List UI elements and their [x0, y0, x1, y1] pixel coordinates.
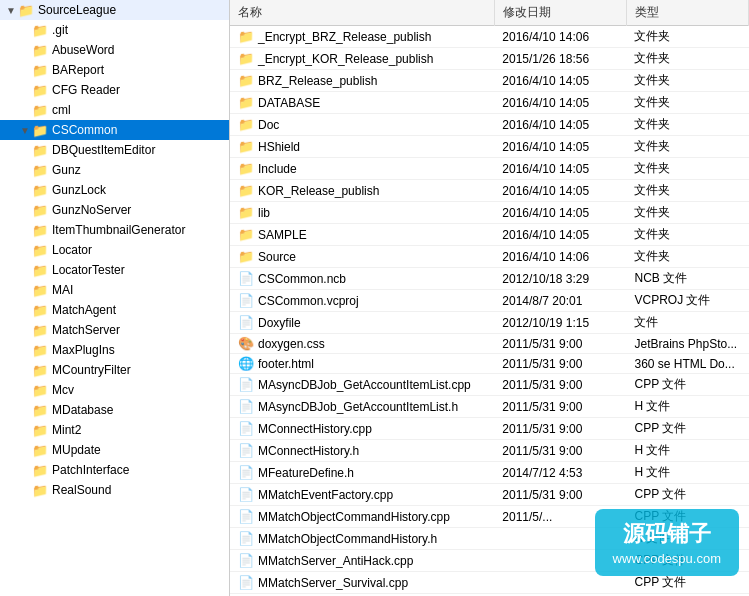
- tree-item-itemThumbnailGenerator[interactable]: 📁ItemThumbnailGenerator: [0, 220, 229, 240]
- tree-item-label: MatchAgent: [52, 303, 116, 317]
- tree-item-label: BAReport: [52, 63, 104, 77]
- tree-item-mint2[interactable]: 📁Mint2: [0, 420, 229, 440]
- tree-item-cml[interactable]: 📁cml: [0, 100, 229, 120]
- file-type-cell: 文件夹: [626, 70, 748, 92]
- file-date-cell: 2012/10/18 3:29: [494, 268, 626, 290]
- file-name-cell: 📄Doxyfile: [230, 312, 494, 334]
- tree-item-baReport[interactable]: 📁BAReport: [0, 60, 229, 80]
- tree-item-label: LocatorTester: [52, 263, 125, 277]
- right-file-panel: 名称 修改日期 类型 📁_Encrypt_BRZ_Release_publish…: [230, 0, 749, 596]
- tree-item-mCountryFilter[interactable]: 📁MCountryFilter: [0, 360, 229, 380]
- table-row[interactable]: 📄CSCommon.vcproj2014/8/7 20:01VCPROJ 文件: [230, 290, 749, 312]
- table-row[interactable]: 📁HShield2016/4/10 14:05文件夹: [230, 136, 749, 158]
- file-name-cell: 📄MConnectHistory.h: [230, 440, 494, 462]
- tree-item-gunzNoServer[interactable]: 📁GunzNoServer: [0, 200, 229, 220]
- tree-item-mai[interactable]: 📁MAI: [0, 280, 229, 300]
- col-header-date[interactable]: 修改日期: [494, 0, 626, 26]
- tree-item-label: MaxPlugIns: [52, 343, 115, 357]
- tree-item-git[interactable]: 📁.git: [0, 20, 229, 40]
- tree-item-maxPlugIns[interactable]: 📁MaxPlugIns: [0, 340, 229, 360]
- folder-icon: 📁: [238, 161, 254, 176]
- tree-item-label: AbuseWord: [52, 43, 114, 57]
- tree-item-label: MUpdate: [52, 443, 101, 457]
- file-name-text: footer.html: [258, 357, 314, 371]
- tree-item-abuseWord[interactable]: 📁AbuseWord: [0, 40, 229, 60]
- file-name-cell: 📄MFeatureDefine.h: [230, 462, 494, 484]
- file-type-cell: 文件: [626, 312, 748, 334]
- file-name-cell: 📄MMatchObjectCommandHistory.cpp: [230, 506, 494, 528]
- table-row[interactable]: 📁_Encrypt_KOR_Release_publish2015/1/26 1…: [230, 48, 749, 70]
- table-row[interactable]: 📄MAsyncDBJob_GetAccountItemList.cpp2011/…: [230, 374, 749, 396]
- table-row[interactable]: 📁Include2016/4/10 14:05文件夹: [230, 158, 749, 180]
- file-name-text: MMatchServer_Survival.cpp: [258, 576, 408, 590]
- file-name-cell: 🌐footer.html: [230, 354, 494, 374]
- table-row[interactable]: 📄MMatchObjectCommandHistory.hH 文件: [230, 528, 749, 550]
- file-type-cell: 文件夹: [626, 202, 748, 224]
- file-name-cell: 📄CSCommon.ncb: [230, 268, 494, 290]
- file-name-cell: 📁Doc: [230, 114, 494, 136]
- tree-item-gunzLock[interactable]: 📁GunzLock: [0, 180, 229, 200]
- table-row[interactable]: 📁Doc2016/4/10 14:05文件夹: [230, 114, 749, 136]
- file-name-cell: 📁Source: [230, 246, 494, 268]
- table-row[interactable]: 📁lib2016/4/10 14:05文件夹: [230, 202, 749, 224]
- tree-item-mcv[interactable]: 📁Mcv: [0, 380, 229, 400]
- table-row[interactable]: 📄MMatchObjectCommandHistory.cpp2011/5/..…: [230, 506, 749, 528]
- file-name-cell: 📄MAsyncDBJob_GetAccountItemList.cpp: [230, 374, 494, 396]
- table-row[interactable]: 📁Source2016/4/10 14:06文件夹: [230, 246, 749, 268]
- table-row[interactable]: 📁BRZ_Release_publish2016/4/10 14:05文件夹: [230, 70, 749, 92]
- tree-item-mDatabase[interactable]: 📁MDatabase: [0, 400, 229, 420]
- col-header-type[interactable]: 类型: [626, 0, 748, 26]
- tree-item-cfgReader[interactable]: 📁CFG Reader: [0, 80, 229, 100]
- col-header-name[interactable]: 名称: [230, 0, 494, 26]
- folder-icon: 📁: [32, 242, 48, 258]
- file-date-cell: 2016/4/10 14:06: [494, 26, 626, 48]
- tree-item-label: ItemThumbnailGenerator: [52, 223, 185, 237]
- tree-item-locatorTester[interactable]: 📁LocatorTester: [0, 260, 229, 280]
- table-row[interactable]: 📄MAsyncDBJob_GetAccountItemList.h2011/5/…: [230, 396, 749, 418]
- chevron-icon[interactable]: ▼: [18, 125, 32, 136]
- file-name-cell: 📄MAsyncDBJob_GetAccountItemList.h: [230, 396, 494, 418]
- file-name-text: KOR_Release_publish: [258, 184, 379, 198]
- tree-item-csCommon[interactable]: ▼📁CSCommon: [0, 120, 229, 140]
- tree-item-label: MAI: [52, 283, 73, 297]
- table-row[interactable]: 📄MMatchEventFactory.cpp2011/5/31 9:00CPP…: [230, 484, 749, 506]
- table-row[interactable]: 📁DATABASE2016/4/10 14:05文件夹: [230, 92, 749, 114]
- folder-icon: 📁: [238, 227, 254, 242]
- file-name-text: doxygen.css: [258, 337, 325, 351]
- table-row[interactable]: 📄MMatchServer_AntiHack.cppCPP 文件: [230, 550, 749, 572]
- tree-item-gunz[interactable]: 📁Gunz: [0, 160, 229, 180]
- tree-item-dbQuestItemEditor[interactable]: 📁DBQuestItemEditor: [0, 140, 229, 160]
- table-row[interactable]: 📄Doxyfile2012/10/19 1:15文件: [230, 312, 749, 334]
- table-row[interactable]: 📄MConnectHistory.cpp2011/5/31 9:00CPP 文件: [230, 418, 749, 440]
- tree-item-locator[interactable]: 📁Locator: [0, 240, 229, 260]
- table-row[interactable]: 🌐footer.html2011/5/31 9:00360 se HTML Do…: [230, 354, 749, 374]
- tree-item-realSound[interactable]: 📁RealSound: [0, 480, 229, 500]
- tree-item-label: Gunz: [52, 163, 81, 177]
- file-name-text: Doxyfile: [258, 316, 301, 330]
- file-cpp-icon: 📄: [238, 509, 254, 524]
- folder-icon: 📁: [238, 29, 254, 44]
- tree-item-sourceLeague[interactable]: ▼📁SourceLeague: [0, 0, 229, 20]
- chevron-icon[interactable]: ▼: [4, 5, 18, 16]
- table-row[interactable]: 🎨doxygen.css2011/5/31 9:00JetBrains PhpS…: [230, 334, 749, 354]
- table-row[interactable]: 📄CSCommon.ncb2012/10/18 3:29NCB 文件: [230, 268, 749, 290]
- tree-item-matchAgent[interactable]: 📁MatchAgent: [0, 300, 229, 320]
- tree-item-patchInterface[interactable]: 📁PatchInterface: [0, 460, 229, 480]
- folder-icon: 📁: [32, 302, 48, 318]
- table-row[interactable]: 📄MFeatureDefine.h2014/7/12 4:53H 文件: [230, 462, 749, 484]
- file-type-cell: NCB 文件: [626, 268, 748, 290]
- table-row[interactable]: 📄MMatchServer_Survival.cppCPP 文件: [230, 572, 749, 594]
- folder-icon: 📁: [32, 362, 48, 378]
- folder-icon: 📁: [32, 282, 48, 298]
- table-row[interactable]: 📁_Encrypt_BRZ_Release_publish2016/4/10 1…: [230, 26, 749, 48]
- file-name-cell: 📄MMatchServer_Survival.cpp: [230, 572, 494, 594]
- table-row[interactable]: 📄MConnectHistory.h2011/5/31 9:00H 文件: [230, 440, 749, 462]
- table-row[interactable]: 📁KOR_Release_publish2016/4/10 14:05文件夹: [230, 180, 749, 202]
- table-row[interactable]: 📁SAMPLE2016/4/10 14:05文件夹: [230, 224, 749, 246]
- folder-icon: 📁: [238, 183, 254, 198]
- tree-item-mUpdate[interactable]: 📁MUpdate: [0, 440, 229, 460]
- file-name-text: SAMPLE: [258, 228, 307, 242]
- tree-item-matchServer[interactable]: 📁MatchServer: [0, 320, 229, 340]
- folder-icon: 📁: [32, 262, 48, 278]
- file-type-cell: CPP 文件: [626, 418, 748, 440]
